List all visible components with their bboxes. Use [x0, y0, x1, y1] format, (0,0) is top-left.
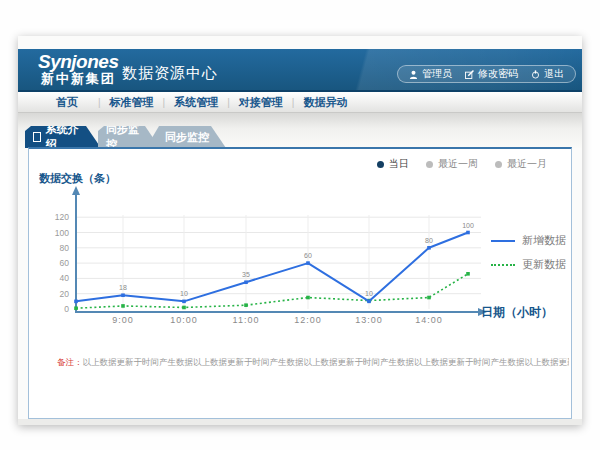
logout-button[interactable]: 退出 [531, 67, 564, 81]
radio-icon [495, 161, 502, 168]
legend-label: 更新数据 [522, 257, 566, 272]
svg-text:10: 10 [365, 290, 373, 297]
y-axis-title: 数据交换（条） [39, 171, 116, 186]
svg-text:18: 18 [119, 284, 127, 291]
svg-text:80: 80 [425, 237, 433, 244]
tab-bar: 系统介绍 同步监控 同步监控 [18, 113, 582, 148]
svg-text:13:00: 13:00 [355, 315, 383, 325]
footer-note-prefix: 备注： [57, 357, 83, 367]
legend-line-solid-icon [491, 240, 515, 242]
brand-name: Synjones [38, 52, 118, 72]
current-user-button[interactable]: 管理员 [409, 67, 452, 81]
nav-item-system-mgmt[interactable]: 系统管理 [165, 95, 227, 110]
legend-line-dotted-icon [491, 264, 515, 266]
change-password-button[interactable]: 修改密码 [465, 67, 518, 81]
svg-text:60: 60 [304, 252, 312, 259]
nav-item-home[interactable]: 首页 [36, 95, 98, 110]
radio-option-2[interactable]: 最近一月 [495, 157, 547, 171]
svg-text:14:00: 14:00 [415, 315, 443, 325]
page-title: 数据资源中心 [122, 64, 218, 83]
content-panel: 当日 最近一周 最近一月 数据交换（条） 0204060801001209:00… [28, 147, 572, 419]
app-header: Synjones 新中新集团 数据资源中心 管理员 修改密码 退出 [18, 49, 582, 92]
power-icon [531, 70, 540, 79]
edit-icon [465, 70, 474, 79]
user-menu: 管理员 修改密码 退出 [397, 65, 576, 83]
svg-text:12:00: 12:00 [294, 315, 322, 325]
document-icon [33, 132, 41, 142]
main-nav: 首页 | 标准管理 | 系统管理 | 对接管理 | 数据异动 [18, 92, 582, 113]
tab-label: 同步监控 [165, 130, 209, 145]
time-range-filter: 当日 最近一周 最近一月 [377, 157, 547, 171]
svg-text:40: 40 [60, 273, 70, 283]
svg-text:100: 100 [462, 222, 474, 229]
svg-text:100: 100 [55, 228, 69, 238]
app-window: Synjones 新中新集团 数据资源中心 管理员 修改密码 退出 首页 | 标… [18, 36, 582, 425]
svg-text:11:00: 11:00 [233, 315, 260, 325]
brand-logo: Synjones 新中新集团 [38, 52, 118, 86]
nav-item-integration-mgmt[interactable]: 对接管理 [230, 95, 292, 110]
nav-item-data-change[interactable]: 数据异动 [294, 95, 356, 110]
brand-company: 新中新集团 [38, 72, 118, 86]
svg-text:9:00: 9:00 [112, 315, 134, 325]
user-icon [409, 70, 418, 79]
svg-text:10: 10 [180, 290, 188, 297]
window-bottom-strip [18, 419, 582, 425]
footer-note-text: 以上数据更新于时间产生数据以上数据更新于时间产生数据以上数据更新于时间产生数据以… [83, 357, 570, 367]
svg-text:35: 35 [242, 271, 250, 278]
radio-icon [377, 161, 384, 168]
footer-note: 备注：以上数据更新于时间产生数据以上数据更新于时间产生数据以上数据更新于时间产生… [57, 357, 569, 369]
chart-legend: 新增数据 更新数据 [491, 233, 566, 272]
radio-option-0[interactable]: 当日 [377, 157, 409, 171]
svg-text:80: 80 [60, 243, 70, 253]
tab-system-intro[interactable]: 系统介绍 [25, 126, 101, 148]
svg-text:10:00: 10:00 [170, 315, 198, 325]
radio-option-1[interactable]: 最近一周 [426, 157, 478, 171]
radio-icon [426, 161, 433, 168]
legend-entry-update-data: 更新数据 [491, 257, 566, 272]
change-password-label: 修改密码 [478, 67, 518, 81]
tab-sync-monitor-2[interactable]: 同步监控 [146, 126, 226, 148]
legend-entry-new-data: 新增数据 [491, 233, 566, 248]
window-top-strip [18, 36, 582, 49]
x-axis-title: 日期（小时） [481, 304, 553, 321]
svg-text:120: 120 [55, 212, 69, 222]
svg-text:20: 20 [60, 289, 70, 299]
logout-label: 退出 [544, 67, 564, 81]
radio-label: 当日 [389, 157, 409, 171]
current-user-label: 管理员 [422, 67, 452, 81]
svg-text:60: 60 [60, 258, 70, 268]
svg-text:0: 0 [64, 304, 69, 314]
radio-label: 最近一月 [507, 157, 547, 171]
legend-label: 新增数据 [522, 233, 566, 248]
nav-item-standard-mgmt[interactable]: 标准管理 [101, 95, 163, 110]
radio-label: 最近一周 [438, 157, 478, 171]
